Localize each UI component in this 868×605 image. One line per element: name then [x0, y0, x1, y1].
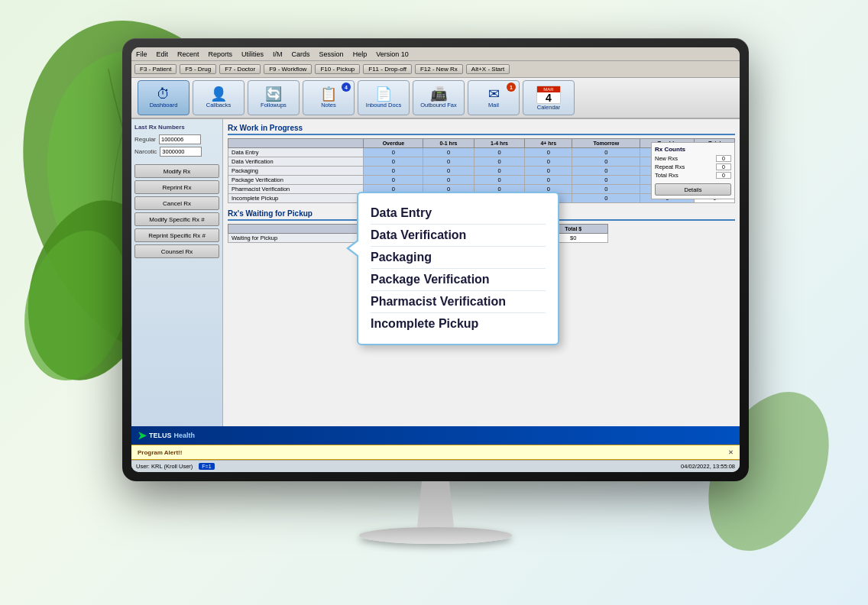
- telus-health-text: Health: [174, 432, 196, 439]
- wip-title: Rx Work in Progress: [228, 124, 735, 135]
- monitor-bezel: File Edit Recent Reports Utilities I/M C…: [131, 47, 740, 472]
- monitor: File Edit Recent Reports Utilities I/M C…: [122, 38, 749, 558]
- screen: File Edit Recent Reports Utilities I/M C…: [131, 47, 740, 472]
- wip-col-label: [228, 139, 364, 148]
- btn-mail[interactable]: ✉ Mail 1: [468, 80, 520, 115]
- btn-notes[interactable]: 📋 Notes 4: [303, 80, 355, 115]
- btn-new-rx[interactable]: F12 - New Rx: [415, 64, 463, 74]
- notes-badge: 4: [342, 82, 351, 92]
- menu-edit[interactable]: Edit: [157, 50, 169, 58]
- rx-counts-title: Rx Counts: [655, 146, 731, 153]
- btn-patient[interactable]: F3 - Patient: [134, 64, 177, 74]
- wip-col-4plus: 4+ hrs: [525, 139, 572, 148]
- program-alert: Program Alert!! ✕: [131, 445, 740, 460]
- calendar-day: 4: [537, 92, 560, 103]
- btn-start[interactable]: Alt+X - Start: [466, 64, 510, 74]
- followups-icon: 🔄: [265, 87, 282, 101]
- tooltip-popup: Data Entry Data Verification Packaging P…: [357, 192, 559, 345]
- narcotic-input[interactable]: [160, 147, 202, 157]
- tooltip-packaging[interactable]: Packaging: [371, 247, 546, 269]
- menu-session[interactable]: Session: [319, 50, 344, 58]
- user-label: User: KRL (Kroll User): [136, 463, 193, 470]
- dashboard-label: Dashboard: [150, 102, 178, 108]
- btn-callbacks[interactable]: 👤 Callbacks: [193, 80, 245, 115]
- new-rxs-label: New Rxs: [655, 155, 678, 162]
- btn-followups[interactable]: 🔄 Followups: [248, 80, 300, 115]
- total-rxs-label: Total Rxs: [655, 172, 679, 179]
- dashboard-icon: ⏱: [157, 87, 170, 101]
- btn-doctor[interactable]: F7 - Doctor: [219, 64, 261, 74]
- menu-version[interactable]: Version 10: [376, 50, 409, 58]
- row-data-entry: Data Entry: [228, 148, 364, 157]
- total-rxs-row: Total Rxs 0: [655, 172, 731, 179]
- wip-col-0-1: 0-1 hrs: [423, 139, 474, 148]
- btn-inbound-docs[interactable]: 📄 Inbound Docs: [358, 80, 410, 115]
- telus-arrow-icon: ➤: [138, 429, 147, 442]
- narcotic-row: Narcotic: [134, 147, 219, 157]
- mail-icon: ✉: [488, 87, 500, 101]
- mail-label: Mail: [488, 102, 499, 108]
- narcotic-label: Narcotic: [134, 148, 157, 155]
- menubar: File Edit Recent Reports Utilities I/M C…: [131, 47, 740, 61]
- program-alert-text: Program Alert!!: [138, 449, 182, 456]
- tooltip-pharmacist-verification[interactable]: Pharmacist Verification: [371, 291, 546, 313]
- repeat-rxs-value: 0: [716, 163, 731, 170]
- rx-counts-panel: Rx Counts New Rxs 0 Repeat Rxs 0 Total R…: [651, 142, 735, 199]
- modify-rx-btn[interactable]: Modify Rx: [134, 164, 219, 178]
- btn-dashboard[interactable]: ⏱ Dashboard: [138, 80, 189, 115]
- regular-row: Regular: [134, 134, 219, 144]
- tooltip-data-entry[interactable]: Data Entry: [371, 202, 546, 225]
- details-button[interactable]: Details: [655, 183, 731, 196]
- calendar-label: Calendar: [537, 104, 560, 111]
- monitor-frame: File Edit Recent Reports Utilities I/M C…: [122, 38, 749, 481]
- tooltip-package-verification[interactable]: Package Verification: [371, 269, 546, 291]
- tooltip-data-verification[interactable]: Data Verification: [371, 225, 546, 247]
- outbound-fax-label: Outbound Fax: [420, 102, 457, 108]
- telus-logo: ➤ TELUS Health: [138, 429, 195, 442]
- repeat-rxs-label: Repeat Rxs: [655, 163, 685, 170]
- main-layout: Last Rx Numbers Regular Narcotic Modify …: [131, 119, 740, 426]
- status-indicator: F=1: [199, 463, 214, 470]
- row-packaging: Packaging: [228, 167, 364, 176]
- callbacks-label: Callbacks: [206, 102, 232, 108]
- outbound-fax-icon: 📠: [430, 87, 447, 101]
- menu-reports[interactable]: Reports: [209, 50, 233, 58]
- inbound-docs-label: Inbound Docs: [366, 102, 401, 108]
- wip-col-overdue: Overdue: [364, 139, 423, 148]
- total-rxs-value: 0: [716, 172, 731, 179]
- tooltip-incomplete-pickup[interactable]: Incomplete Pickup: [371, 313, 546, 335]
- menu-help[interactable]: Help: [353, 50, 368, 58]
- new-rxs-row: New Rxs 0: [655, 155, 731, 162]
- mail-badge: 1: [507, 82, 516, 92]
- menu-cards[interactable]: Cards: [292, 50, 310, 58]
- menu-utilities[interactable]: Utilities: [241, 50, 264, 58]
- cancel-rx-btn[interactable]: Cancel Rx: [134, 196, 219, 210]
- telus-bar: ➤ TELUS Health: [131, 426, 740, 445]
- counsel-rx-btn[interactable]: Counsel Rx: [134, 244, 219, 258]
- btn-workflow[interactable]: F9 - Workflow: [264, 64, 312, 74]
- btn-dropoff[interactable]: F11 - Drop-off: [363, 64, 412, 74]
- row-incomplete-pickup: Incomplete Pickup: [228, 194, 364, 203]
- wip-col-tomorrow: Tomorrow: [572, 139, 640, 148]
- menu-im[interactable]: I/M: [273, 50, 283, 58]
- monitor-neck: [413, 481, 458, 527]
- menu-recent[interactable]: Recent: [177, 50, 199, 58]
- btn-calendar[interactable]: MAR 4 Calendar: [523, 80, 575, 115]
- repeat-rxs-row: Repeat Rxs 0: [655, 163, 731, 170]
- btn-drug[interactable]: F5 - Drug: [180, 64, 216, 74]
- row-pharmacist-verification: Pharmacist Verification: [228, 185, 364, 194]
- inbound-docs-icon: 📄: [375, 87, 392, 101]
- regular-input[interactable]: [159, 134, 201, 144]
- btn-outbound-fax[interactable]: 📠 Outbound Fax: [413, 80, 465, 115]
- sidebar: Last Rx Numbers Regular Narcotic Modify …: [131, 119, 223, 426]
- reprint-rx-btn[interactable]: Reprint Rx: [134, 180, 219, 194]
- menu-file[interactable]: File: [136, 50, 147, 58]
- status-bar: User: KRL (Kroll User) F=1 04/02/2022, 1…: [131, 460, 740, 472]
- btn-pickup[interactable]: F10 - Pickup: [315, 64, 360, 74]
- datetime-label: 04/02/2022, 13:55:08: [681, 463, 735, 470]
- reprint-specific-btn[interactable]: Reprint Specific Rx #: [134, 228, 219, 242]
- last-rx-label: Last Rx Numbers: [134, 124, 219, 131]
- close-alert-icon[interactable]: ✕: [728, 449, 734, 456]
- monitor-base: [359, 527, 512, 544]
- modify-specific-btn[interactable]: Modify Specific Rx #: [134, 212, 219, 226]
